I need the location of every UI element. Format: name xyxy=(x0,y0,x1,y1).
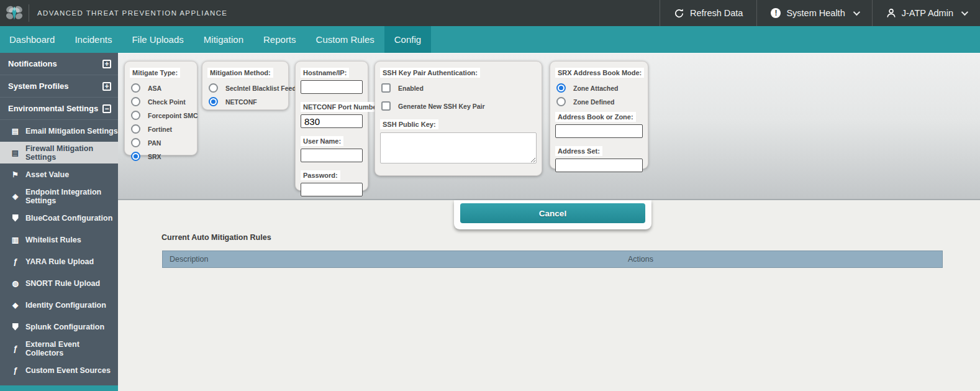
sidebar-section-system-profiles[interactable]: System Profiles+ xyxy=(0,75,118,98)
address-set-input[interactable] xyxy=(555,159,643,172)
address-book-mode-option-zone-defined[interactable]: Zone Defined xyxy=(556,97,642,106)
sidebar-item-custom-event-sources[interactable]: ƒCustom Event Sources xyxy=(0,359,118,381)
radio-label: NETCONF xyxy=(225,98,257,106)
address-book-or-zone-input[interactable] xyxy=(555,124,643,138)
move-icon: ◈ xyxy=(11,192,20,201)
mitigate-type-option-pan[interactable]: PAN xyxy=(131,138,191,147)
radio-srx[interactable] xyxy=(131,152,140,161)
sidebar-section-notifications[interactable]: Notifications+ xyxy=(0,53,118,75)
ssh-public-key-label: SSH Public Key: xyxy=(380,119,438,129)
sidebar-item-identity-configuration[interactable]: ◆Identity Configuration xyxy=(0,294,118,316)
netconf-port-label: NETCONF Port Number: xyxy=(301,102,384,112)
username-input[interactable] xyxy=(301,149,363,162)
shield-icon xyxy=(12,323,19,331)
radio-secintel-blacklist-feed[interactable] xyxy=(209,83,218,93)
checkbox-generate-new-ssh-key-pair[interactable] xyxy=(381,101,391,111)
sidebar-item-endpoint-integration-settings[interactable]: ◈Endpoint Integration Settings xyxy=(0,185,118,207)
address-set-label: Address Set: xyxy=(555,146,602,156)
panel-ssh-key-pair: SSH Key Pair Authentication: EnabledGene… xyxy=(374,61,542,176)
sidebar-item-label: Custom Event Sources xyxy=(25,366,111,375)
sidebar-section-label: Notifications xyxy=(8,59,102,68)
primary-nav: DashboardIncidentsFile UploadsMitigation… xyxy=(0,26,980,53)
system-health-label: System Health xyxy=(786,8,845,18)
user-menu[interactable]: J-ATP Admin xyxy=(872,0,980,26)
ssh-auth-legend: SSH Key Pair Authentication: xyxy=(380,68,480,78)
checkbox-label: Enabled xyxy=(398,85,424,92)
sidebar-item-whitelist-rules[interactable]: ▥Whitelist Rules xyxy=(0,229,118,251)
diamond-icon: ◆ xyxy=(11,301,20,310)
sidebar-item-snort-rule-upload[interactable]: ◍SNORT Rule Upload xyxy=(0,272,118,294)
panel-mitigation-method: Mitigation Method: SecIntel Blacklist Fe… xyxy=(202,61,289,110)
mitigate-type-option-srx[interactable]: SRX xyxy=(131,152,191,161)
radio-pan[interactable] xyxy=(131,138,140,147)
script-icon: ƒ xyxy=(11,257,20,266)
hostname-input[interactable] xyxy=(301,80,363,94)
mitigate-type-option-forcepoint-smc[interactable]: Forcepoint SMC xyxy=(131,111,191,120)
sidebar-section-environmental-settings[interactable]: Environmental Settings− xyxy=(0,98,118,120)
radio-forcepoint-smc[interactable] xyxy=(131,111,140,120)
script-icon: ƒ xyxy=(11,366,20,375)
radio-label: Fortinet xyxy=(148,126,172,133)
sidebar-item-label: YARA Rule Upload xyxy=(25,257,94,266)
cancel-container: Cancel xyxy=(454,200,651,229)
ssh-checkbox-generate-new-ssh-key-pair[interactable]: Generate New SSH Key Pair xyxy=(381,101,535,111)
collapse-icon[interactable]: − xyxy=(102,104,111,113)
netconf-port-input[interactable] xyxy=(301,114,363,128)
password-label: Password: xyxy=(301,170,340,180)
sidebar-item-label: BlueCoat Configuration xyxy=(25,214,112,223)
nav-tab-dashboard[interactable]: Dashboard xyxy=(0,26,65,53)
sidebar-section-label: System Profiles xyxy=(8,81,102,91)
radio-label: PAN xyxy=(148,139,161,147)
radio-zone-defined[interactable] xyxy=(556,97,566,106)
refresh-data-button[interactable]: Refresh Data xyxy=(660,0,756,26)
expand-icon[interactable]: + xyxy=(102,82,111,91)
radio-netconf[interactable] xyxy=(209,97,218,106)
nav-tab-reports[interactable]: Reports xyxy=(253,26,306,53)
sidebar-item-yara-rule-upload[interactable]: ƒYARA Rule Upload xyxy=(0,251,118,272)
radio-label: SecIntel Blacklist Feed xyxy=(225,85,296,92)
radio-label: ASA xyxy=(148,85,161,92)
sidebar-item-asset-value[interactable]: ⚑Asset Value xyxy=(0,163,118,185)
mitigate-type-option-check-point[interactable]: Check Point xyxy=(131,97,191,106)
clipboard-icon: ▤ xyxy=(11,149,20,157)
panel-mitigate-type: Mitigate Type: ASACheck PointForcepoint … xyxy=(124,61,197,155)
mitigation-method-option-secintel-blacklist-feed[interactable]: SecIntel Blacklist Feed xyxy=(209,83,282,93)
password-input[interactable] xyxy=(301,183,363,196)
username-label: User Name: xyxy=(301,136,343,146)
sidebar-item-firewall-mitigation-settings[interactable]: ▤Firewall Mitigation Settings xyxy=(0,142,118,163)
butterfly-logo-icon xyxy=(4,3,24,23)
cancel-button[interactable]: Cancel xyxy=(460,203,645,223)
radio-zone-attached[interactable] xyxy=(556,83,566,93)
sidebar-item-splunk-configuration[interactable]: Splunk Configuration xyxy=(0,316,118,338)
radio-asa[interactable] xyxy=(131,83,140,93)
checkbox-enabled[interactable] xyxy=(381,83,391,93)
nav-tab-file-uploads[interactable]: File Uploads xyxy=(122,26,193,53)
nav-tab-config[interactable]: Config xyxy=(384,26,431,53)
nav-tab-incidents[interactable]: Incidents xyxy=(65,26,122,53)
nav-tab-custom-rules[interactable]: Custom Rules xyxy=(306,26,384,53)
app-title: ADVANCED THREAT PREVENTION APPLIANCE xyxy=(37,9,227,17)
sidebar-item-label: Identity Configuration xyxy=(25,301,106,310)
sidebar-item-external-event-collectors[interactable]: ƒExternal Event Collectors xyxy=(0,338,118,359)
top-bar: ADVANCED THREAT PREVENTION APPLIANCE Ref… xyxy=(0,0,980,26)
mitigate-type-option-asa[interactable]: ASA xyxy=(131,83,191,93)
checkbox-label: Generate New SSH Key Pair xyxy=(398,103,484,110)
expand-icon[interactable]: + xyxy=(102,60,111,68)
sidebar-item-email-mitigation-settings[interactable]: ▤Email Mitigation Settings xyxy=(0,120,118,142)
system-health-menu[interactable]: ! System Health xyxy=(756,0,871,26)
mitigation-method-option-netconf[interactable]: NETCONF xyxy=(209,97,282,106)
ssh-public-key-textarea[interactable] xyxy=(380,132,537,163)
refresh-data-label: Refresh Data xyxy=(690,8,743,18)
sidebar-item-bluecoat-configuration[interactable]: BlueCoat Configuration xyxy=(0,207,118,229)
panel-connection: Hostname/IP: NETCONF Port Number: User N… xyxy=(295,61,368,191)
address-book-mode-legend: SRX Address Book Mode: xyxy=(555,68,644,78)
rules-table-header: DescriptionActions xyxy=(162,251,943,268)
address-book-mode-option-zone-attached[interactable]: Zone Attached xyxy=(556,83,642,93)
list-icon: ▥ xyxy=(11,236,20,244)
ssh-checkbox-enabled[interactable]: Enabled xyxy=(381,83,535,93)
nav-tab-mitigation[interactable]: Mitigation xyxy=(194,26,253,53)
radio-check-point[interactable] xyxy=(131,97,140,106)
radio-label: Zone Attached xyxy=(573,85,619,92)
radio-fortinet[interactable] xyxy=(131,124,140,134)
mitigate-type-option-fortinet[interactable]: Fortinet xyxy=(131,124,191,134)
